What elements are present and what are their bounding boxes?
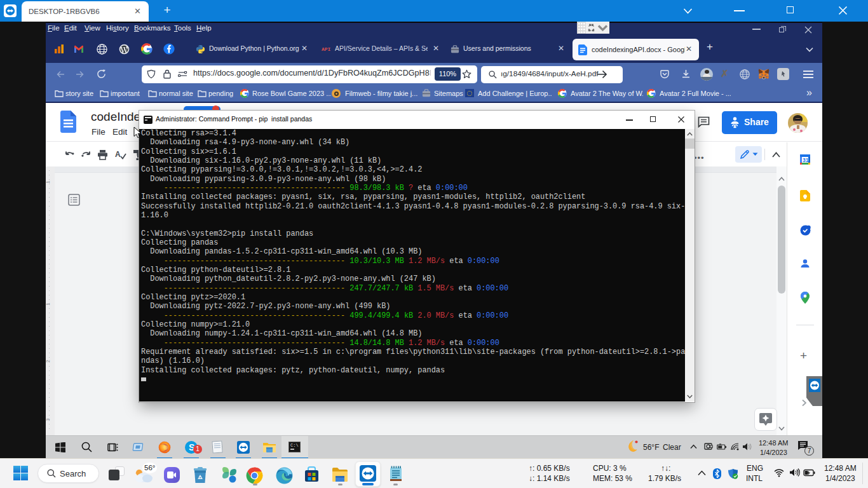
svg-text:31: 31 xyxy=(803,157,809,163)
svg-text:A: A xyxy=(115,150,121,159)
